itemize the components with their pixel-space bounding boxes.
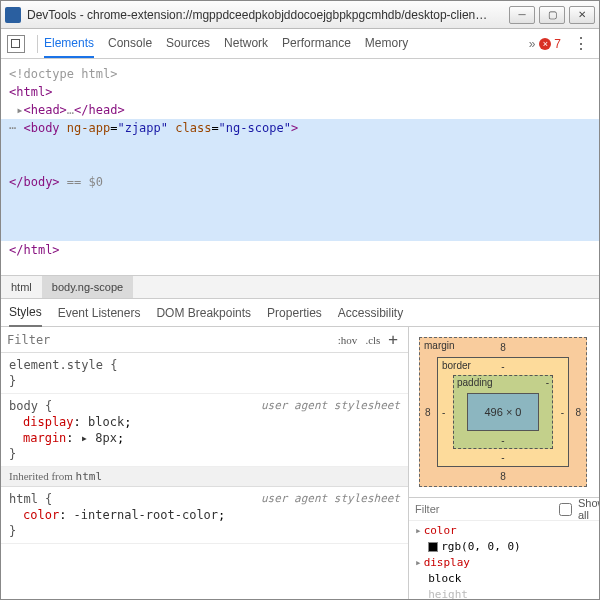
tab-console[interactable]: Console [108,29,152,58]
computed-filter-input[interactable] [415,503,553,515]
styles-column: :hov .cls + element.style { } user agent… [1,327,409,599]
styles-filter-input[interactable] [7,333,334,347]
styles-subtabs: Styles Event Listeners DOM Breakpoints P… [1,299,599,327]
subtab-properties[interactable]: Properties [267,300,322,326]
head-node[interactable]: ▸<head>…</head> [9,101,591,119]
show-all-label: Show all [578,497,600,521]
cls-toggle[interactable]: .cls [361,334,384,346]
tabs-overflow-icon[interactable]: » [525,37,540,51]
rule-element-style[interactable]: element.style { } [1,353,408,394]
subtab-styles[interactable]: Styles [9,299,42,327]
rule-body[interactable]: user agent stylesheet body { display: bl… [1,394,408,467]
computed-row[interactable]: ▸display block [415,555,593,587]
breadcrumb: html body.ng-scope [1,275,599,299]
computed-row[interactable]: height [415,587,593,599]
html-close[interactable]: </html> [9,241,591,259]
window-title: DevTools - chrome-extension://mgppdceedp… [27,8,503,22]
styles-list: element.style { } user agent stylesheet … [1,353,408,599]
error-badge[interactable]: × 7 [539,37,561,51]
maximize-button[interactable]: ▢ [539,6,565,24]
box-model[interactable]: margin 8 8 8 8 border - - - - padding - … [409,327,599,497]
new-rule-icon[interactable]: + [384,330,402,349]
html-open[interactable]: <html> [9,83,591,101]
window-titlebar: DevTools - chrome-extension://mgppdceedp… [1,1,599,29]
computed-filter-bar: Show all [409,497,599,521]
rule-html[interactable]: user agent stylesheet html { color: -int… [1,487,408,544]
window-buttons: ─ ▢ ✕ [509,6,595,24]
hov-toggle[interactable]: :hov [334,334,362,346]
main-tabs: Elements Console Sources Network Perform… [44,29,525,58]
doctype[interactable]: <!doctype html> [9,65,591,83]
box-model-column: margin 8 8 8 8 border - - - - padding - … [409,327,599,599]
dom-tree[interactable]: <!doctype html> <html> ▸<head>…</head> ⋯… [1,59,599,275]
styles-filter-bar: :hov .cls + [1,327,408,353]
crumb-html[interactable]: html [1,276,42,298]
crumb-body[interactable]: body.ng-scope [42,276,133,298]
body-node-selected[interactable]: ⋯ <body ng-app="zjapp" class="ng-scope">… [1,119,599,241]
lower-pane: :hov .cls + element.style { } user agent… [1,327,599,599]
inherited-from: Inherited from html [1,467,408,487]
show-all-checkbox[interactable] [559,503,572,516]
error-icon: × [539,38,551,50]
minimize-button[interactable]: ─ [509,6,535,24]
devtools-toolbar: Elements Console Sources Network Perform… [1,29,599,59]
computed-row[interactable]: ▸color rgb(0, 0, 0) [415,523,593,555]
error-count: 7 [554,37,561,51]
subtab-event-listeners[interactable]: Event Listeners [58,300,141,326]
close-button[interactable]: ✕ [569,6,595,24]
tab-memory[interactable]: Memory [365,29,408,58]
subtab-accessibility[interactable]: Accessibility [338,300,403,326]
inspect-icon[interactable] [7,35,25,53]
tab-network[interactable]: Network [224,29,268,58]
swatch-icon [428,542,438,552]
kebab-menu-icon[interactable]: ⋮ [569,34,593,53]
content-layer: 496 × 0 [467,393,539,431]
computed-list: ▸color rgb(0, 0, 0) ▸display block heigh… [409,521,599,599]
subtab-dom-breakpoints[interactable]: DOM Breakpoints [156,300,251,326]
tab-sources[interactable]: Sources [166,29,210,58]
separator [37,35,38,53]
tab-elements[interactable]: Elements [44,29,94,58]
app-icon [5,7,21,23]
tab-performance[interactable]: Performance [282,29,351,58]
